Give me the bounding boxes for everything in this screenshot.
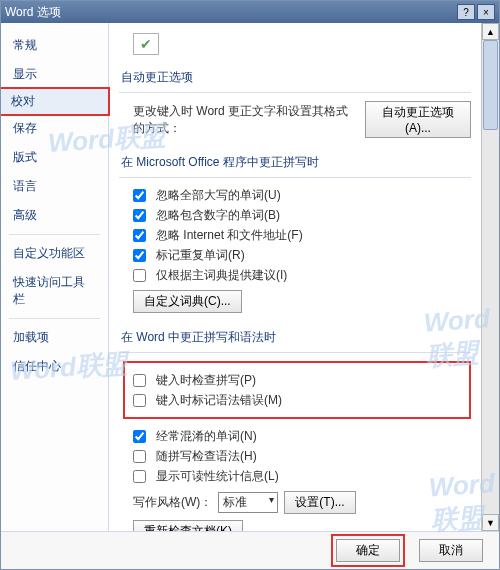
flag-repeated-checkbox[interactable] — [133, 249, 146, 262]
section-autocorrect-title: 自动更正选项 — [119, 63, 471, 93]
check-spelling-typing-label: 键入时检查拼写(P) — [156, 372, 256, 389]
sidebar-item-save[interactable]: 保存 — [1, 114, 108, 143]
sidebar-item-customize-ribbon[interactable]: 自定义功能区 — [1, 239, 108, 268]
section-word-spelling-title: 在 Word 中更正拼写和语法时 — [119, 323, 471, 353]
sidebar-item-trustcenter[interactable]: 信任中心 — [1, 352, 108, 381]
autocorrect-desc: 更改键入时 Word 更正文字和设置其格式的方式： — [133, 103, 359, 137]
confused-words-checkbox[interactable] — [133, 430, 146, 443]
sidebar-item-general[interactable]: 常规 — [1, 31, 108, 60]
main-dict-only-checkbox[interactable] — [133, 269, 146, 282]
scroll-down-arrow[interactable]: ▼ — [482, 514, 499, 531]
check-spelling-typing-checkbox[interactable] — [133, 374, 146, 387]
close-button[interactable]: × — [477, 4, 495, 20]
vertical-scrollbar[interactable]: ▲ ▼ — [481, 23, 499, 531]
grammar-with-spelling-label: 随拼写检查语法(H) — [156, 448, 257, 465]
ok-button[interactable]: 确定 — [336, 539, 400, 562]
ignore-internet-checkbox[interactable] — [133, 229, 146, 242]
custom-dictionaries-button[interactable]: 自定义词典(C)... — [133, 290, 242, 313]
sidebar-item-language[interactable]: 语言 — [1, 172, 108, 201]
sidebar-item-layout[interactable]: 版式 — [1, 143, 108, 172]
scroll-track[interactable] — [482, 40, 499, 514]
writing-style-settings-button[interactable]: 设置(T)... — [284, 491, 355, 514]
mark-grammar-typing-checkbox[interactable] — [133, 394, 146, 407]
scroll-up-arrow[interactable]: ▲ — [482, 23, 499, 40]
help-button[interactable]: ? — [457, 4, 475, 20]
readability-stats-checkbox[interactable] — [133, 470, 146, 483]
flag-repeated-label: 标记重复单词(R) — [156, 247, 245, 264]
main-dict-only-label: 仅根据主词典提供建议(I) — [156, 267, 287, 284]
dialog-footer: 确定 取消 — [1, 531, 499, 569]
ignore-uppercase-label: 忽略全部大写的单词(U) — [156, 187, 281, 204]
ignore-uppercase-checkbox[interactable] — [133, 189, 146, 202]
mark-grammar-typing-label: 键入时标记语法错误(M) — [156, 392, 282, 409]
ignore-internet-label: 忽略 Internet 和文件地址(F) — [156, 227, 303, 244]
cancel-button[interactable]: 取消 — [419, 539, 483, 562]
confused-words-label: 经常混淆的单词(N) — [156, 428, 257, 445]
readability-stats-label: 显示可读性统计信息(L) — [156, 468, 279, 485]
sidebar-item-addins[interactable]: 加载项 — [1, 323, 108, 352]
writing-style-label: 写作风格(W)： — [133, 494, 212, 511]
autocorrect-options-button[interactable]: 自动更正选项(A)... — [365, 101, 471, 138]
content-panel: ✔ 自动更正选项 更改键入时 Word 更正文字和设置其格式的方式： 自动更正选… — [109, 23, 481, 531]
titlebar: Word 选项 ? × — [1, 1, 499, 23]
ignore-numbers-checkbox[interactable] — [133, 209, 146, 222]
section-office-spelling-title: 在 Microsoft Office 程序中更正拼写时 — [119, 148, 471, 178]
scroll-thumb[interactable] — [483, 40, 498, 130]
sidebar-item-display[interactable]: 显示 — [1, 60, 108, 89]
proofing-icon: ✔ — [133, 33, 159, 55]
sidebar-item-proofing[interactable]: 校对 — [1, 87, 110, 116]
sidebar: 常规 显示 校对 保存 版式 语言 高级 自定义功能区 快速访问工具栏 加载项 … — [1, 23, 109, 531]
grammar-with-spelling-checkbox[interactable] — [133, 450, 146, 463]
ignore-numbers-label: 忽略包含数字的单词(B) — [156, 207, 280, 224]
writing-style-select[interactable]: 标准 — [218, 492, 278, 513]
sidebar-item-advanced[interactable]: 高级 — [1, 201, 108, 230]
sidebar-item-qat[interactable]: 快速访问工具栏 — [1, 268, 108, 314]
recheck-document-button[interactable]: 重新检查文档(K) — [133, 520, 243, 531]
highlight-box-spelling: 键入时检查拼写(P) 键入时标记语法错误(M) — [123, 361, 471, 419]
window-title: Word 选项 — [5, 4, 455, 21]
